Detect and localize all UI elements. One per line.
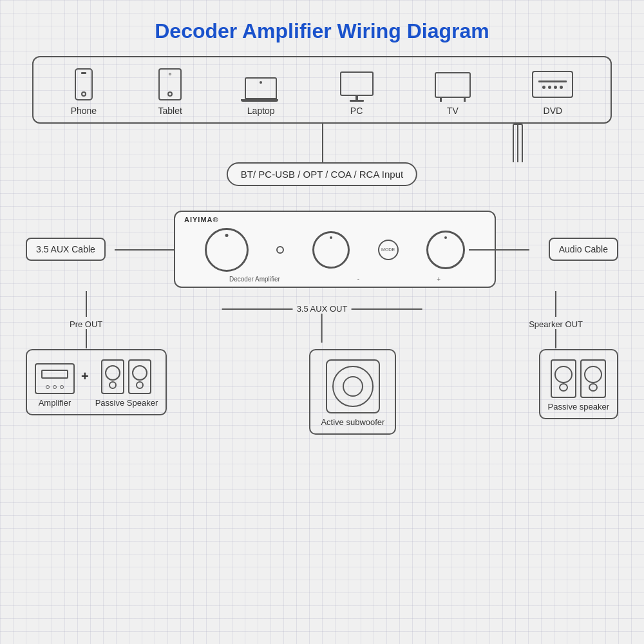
amp-minus: -	[357, 276, 359, 283]
amp-knob-center	[312, 231, 350, 269]
aux-out-group: 3.5 AUX OUT	[222, 304, 422, 343]
pc-label: PC	[350, 106, 363, 116]
aux-hline-right	[351, 308, 422, 310]
amp-controls: MODE	[184, 223, 486, 276]
speaker-pair-left	[101, 359, 151, 394]
diagram-container: Decoder Amplifier Wiring Diagram Phone T…	[13, 0, 631, 448]
amp-section: 3.5 AUX Cable AIYIMA® MOD	[26, 207, 618, 291]
bottom-device-passive-speaker-left: Passive Speaker	[95, 359, 158, 408]
amp-icon-dots	[46, 385, 64, 389]
device-tv: TV	[435, 67, 471, 116]
page-title: Decoder Amplifier Wiring Diagram	[19, 13, 625, 43]
bottom-section: Amplifier + Passive Speaker	[26, 349, 618, 435]
aux-vline	[321, 314, 323, 343]
speaker-right-1	[551, 359, 576, 398]
input-box: BT/ PC-USB / OPT / COA / RCA Input	[227, 162, 417, 186]
speaker-out-group: Spearker OUT	[529, 291, 583, 348]
laptop-label: Laptop	[247, 106, 275, 116]
speaker-vline2	[555, 329, 556, 348]
amp-knob-right	[426, 231, 465, 269]
output-area: Pre OUT 3.5 AUX OUT Spearker OUT	[26, 291, 618, 349]
sources-box: Phone Tablet Laptop	[32, 56, 612, 124]
passive-speaker-left-label: Passive Speaker	[95, 398, 158, 408]
amp-center-group	[312, 231, 350, 269]
amp-small-button	[276, 246, 284, 254]
pre-out-group: Pre OUT	[70, 291, 102, 348]
device-phone: Phone	[71, 67, 97, 116]
speaker-left-1	[101, 359, 124, 394]
speaker-out-label: Spearker OUT	[529, 319, 583, 329]
speaker-pair-right	[551, 359, 606, 398]
pre-out-vline	[86, 291, 87, 317]
speaker-right-2	[580, 359, 606, 398]
amp-mode-button: MODE	[378, 240, 399, 260]
amplifier-icon	[35, 363, 75, 394]
sub-outer-ring	[332, 366, 374, 407]
dvd-label: DVD	[544, 106, 563, 116]
tv-label: TV	[447, 106, 459, 116]
amp-brand: AIYIMA®	[184, 216, 486, 223]
plus-sign: +	[81, 369, 89, 384]
amp-device: AIYIMA® MODE	[174, 211, 496, 288]
device-dvd: DVD	[532, 67, 573, 116]
bottom-device-amplifier: Amplifier	[35, 363, 75, 408]
hline-right	[469, 249, 529, 251]
amp-knob-left	[205, 228, 249, 272]
device-tablet: Tablet	[158, 67, 182, 116]
bottom-group-center: Active subwoofer	[309, 349, 396, 435]
tablet-label: Tablet	[158, 106, 182, 116]
right-cable-box: Audio Cable	[549, 238, 618, 261]
device-pc: PC	[340, 67, 374, 116]
connection-area-top: BT/ PC-USB / OPT / COA / RCA Input	[19, 124, 625, 207]
device-laptop: Laptop	[243, 67, 278, 116]
active-subwoofer-label: Active subwoofer	[321, 417, 384, 427]
left-cable-box: 3.5 AUX Cable	[26, 238, 106, 261]
amplifier-label: Amplifier	[39, 398, 71, 408]
aux-out-label: 3.5 AUX OUT	[293, 304, 352, 314]
amp-plus: +	[437, 276, 440, 283]
passive-speaker-right-label: Passive speaker	[548, 402, 609, 412]
bottom-group-right: Passive speaker	[539, 349, 618, 419]
amp-sublabel: Decoder Amplifier	[229, 276, 280, 283]
sub-inner-ring	[343, 376, 363, 397]
antenna-shape	[513, 124, 523, 162]
amp-bottom-labels: Decoder Amplifier - +	[184, 276, 486, 284]
phone-label: Phone	[71, 106, 97, 116]
aux-hline-left	[222, 308, 293, 310]
pre-out-label: Pre OUT	[70, 319, 102, 329]
bottom-group-left: Amplifier + Passive Speaker	[26, 349, 167, 415]
aux-out-line-group: 3.5 AUX OUT	[222, 304, 422, 314]
speaker-vline	[555, 291, 556, 317]
pre-out-vline2	[86, 329, 87, 348]
subwoofer-icon	[326, 359, 380, 413]
speaker-left-2	[128, 359, 151, 394]
hline-left	[115, 249, 174, 251]
